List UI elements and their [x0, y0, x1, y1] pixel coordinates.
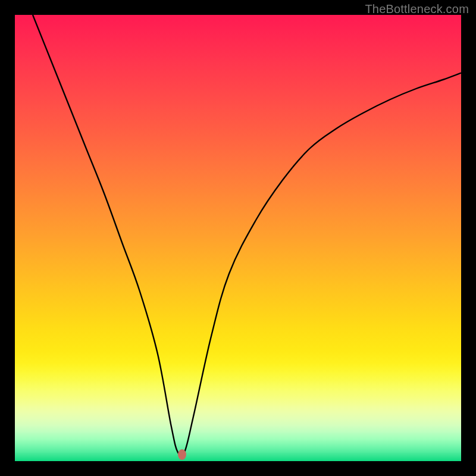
gradient-band — [15, 372, 461, 381]
gradient-band — [15, 305, 461, 328]
gradient-band — [15, 457, 461, 462]
gradient-band — [15, 363, 461, 372]
gradient-band — [15, 149, 461, 171]
gradient-band — [15, 261, 461, 283]
gradient-band — [15, 193, 461, 216]
chart-plot-area — [15, 15, 461, 461]
gradient-band — [15, 15, 461, 37]
gradient-band — [15, 452, 461, 457]
gradient-band — [15, 238, 461, 261]
gradient-band — [15, 439, 461, 446]
gradient-band — [15, 425, 461, 433]
gradient-band — [15, 446, 461, 453]
gradient-band — [15, 350, 461, 364]
gradient-band — [15, 327, 461, 350]
gradient-band — [15, 381, 461, 390]
gradient-band — [15, 171, 461, 194]
gradient-band — [15, 399, 461, 406]
gradient-band — [15, 390, 461, 399]
watermark-text: TheBottleneck.com — [365, 2, 469, 16]
optimum-marker — [178, 449, 186, 460]
gradient-band — [15, 37, 461, 60]
gradient-band — [15, 419, 461, 426]
stage: TheBottleneck.com — [0, 0, 476, 476]
gradient-band — [15, 127, 461, 149]
gradient-band — [15, 82, 461, 105]
gradient-band — [15, 432, 461, 439]
gradient-band — [15, 60, 461, 82]
gradient-band — [15, 405, 461, 412]
gradient-band — [15, 104, 461, 127]
gradient-band — [15, 216, 461, 239]
gradient-band — [15, 283, 461, 305]
gradient-band — [15, 412, 461, 419]
